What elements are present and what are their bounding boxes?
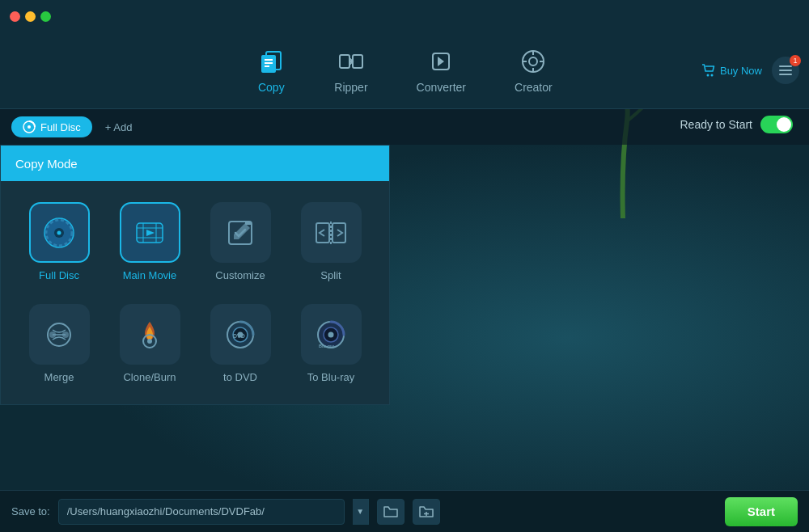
svg-text:Blu-ray: Blu-ray xyxy=(319,344,335,348)
main-movie-mode-icon xyxy=(120,202,180,263)
nav-ripper-label: Ripper xyxy=(334,81,367,94)
toolbar: Full Disc + Add Ready to Start xyxy=(0,109,809,145)
merge-mode-icon xyxy=(29,304,90,365)
svg-point-19 xyxy=(706,74,709,77)
split-mode-label: Split xyxy=(320,269,341,281)
converter-icon xyxy=(426,47,455,76)
copy-mode-panel: Copy Mode Full Disc xyxy=(0,145,390,405)
buy-now-label: Buy Now xyxy=(720,65,762,77)
add-button[interactable]: + Add xyxy=(105,121,133,133)
traffic-lights xyxy=(10,11,51,22)
nav-ripper[interactable]: Ripper xyxy=(334,47,367,94)
copy-mode-clone-burn[interactable]: Clone/Burn xyxy=(104,296,195,391)
svg-point-53 xyxy=(328,331,334,337)
close-button[interactable] xyxy=(10,11,20,22)
svg-point-20 xyxy=(710,74,713,77)
nav-copy[interactable]: Copy xyxy=(256,47,286,94)
svg-point-46 xyxy=(147,339,152,344)
main-area: Full Disc + Add Ready to Start Copy Mode xyxy=(0,109,809,490)
notification-badge: 1 xyxy=(790,55,801,66)
title-bar xyxy=(0,0,809,32)
ripper-icon xyxy=(337,47,366,76)
customize-mode-label: Customize xyxy=(215,269,265,281)
svg-point-28 xyxy=(57,230,61,234)
nav-converter-label: Converter xyxy=(417,81,466,94)
svg-marker-12 xyxy=(438,57,444,66)
menu-button[interactable]: 1 xyxy=(772,57,799,84)
copy-mode-to-dvd[interactable]: DVD to DVD xyxy=(195,296,286,391)
full-disc-label: Full Disc xyxy=(40,121,81,133)
full-disc-mode-label: Full Disc xyxy=(39,269,79,281)
nav-right-actions: Buy Now 1 xyxy=(701,57,799,84)
svg-point-25 xyxy=(28,125,31,129)
to-bluray-mode-icon: Blu-ray xyxy=(301,304,362,365)
full-disc-mode-icon xyxy=(29,202,90,263)
nav-converter[interactable]: Converter xyxy=(417,47,466,94)
svg-point-14 xyxy=(529,57,537,65)
add-label: + Add xyxy=(105,121,133,133)
copy-mode-to-bluray[interactable]: Blu-ray To Blu-ray xyxy=(286,296,376,391)
creator-icon xyxy=(519,47,548,76)
svg-text:DVD: DVD xyxy=(233,333,245,339)
minimize-button[interactable] xyxy=(25,11,36,22)
svg-rect-9 xyxy=(340,55,349,68)
clone-burn-mode-label: Clone/Burn xyxy=(123,371,176,383)
copy-mode-header: Copy Mode xyxy=(1,146,389,181)
full-disc-button[interactable]: Full Disc xyxy=(11,116,92,137)
toggle-knob xyxy=(777,117,791,132)
nav-copy-label: Copy xyxy=(258,81,285,94)
folder-action-button[interactable] xyxy=(413,499,440,525)
ready-toggle[interactable] xyxy=(760,116,793,133)
start-button[interactable]: Start xyxy=(725,497,798,526)
main-movie-mode-label: Main Movie xyxy=(123,269,176,281)
buy-now-button[interactable]: Buy Now xyxy=(701,64,762,77)
copy-mode-grid: Full Disc Main Movie xyxy=(1,181,389,404)
copy-icon xyxy=(256,47,286,76)
split-mode-icon xyxy=(301,202,362,263)
to-dvd-mode-label: to DVD xyxy=(223,371,257,383)
start-label: Start xyxy=(748,505,775,518)
save-to-label: Save to: xyxy=(11,505,50,517)
copy-mode-full-disc[interactable]: Full Disc xyxy=(14,194,104,289)
clone-burn-mode-icon xyxy=(120,304,180,365)
svg-rect-10 xyxy=(353,55,362,68)
ready-area: Ready to Start xyxy=(680,116,794,133)
bottom-bar: Save to: ▼ Start xyxy=(0,490,809,532)
nav-bar: Copy Ripper Converter xyxy=(0,32,809,109)
nav-creator[interactable]: Creator xyxy=(515,47,553,94)
save-path-input[interactable] xyxy=(58,499,345,525)
ready-text: Ready to Start xyxy=(680,118,753,131)
browse-folder-button[interactable] xyxy=(377,499,404,525)
path-dropdown-button[interactable]: ▼ xyxy=(353,499,369,525)
to-bluray-mode-label: To Blu-ray xyxy=(307,371,355,383)
copy-mode-merge[interactable]: Merge xyxy=(14,296,104,391)
svg-rect-37 xyxy=(245,222,252,225)
copy-mode-customize[interactable]: Customize xyxy=(195,194,286,289)
merge-mode-label: Merge xyxy=(44,371,74,383)
to-dvd-mode-icon: DVD xyxy=(210,304,271,365)
copy-mode-main-movie[interactable]: Main Movie xyxy=(104,194,195,289)
copy-mode-split[interactable]: Split xyxy=(286,194,376,289)
customize-mode-icon xyxy=(210,202,271,263)
maximize-button[interactable] xyxy=(40,11,51,22)
nav-creator-label: Creator xyxy=(515,81,553,94)
